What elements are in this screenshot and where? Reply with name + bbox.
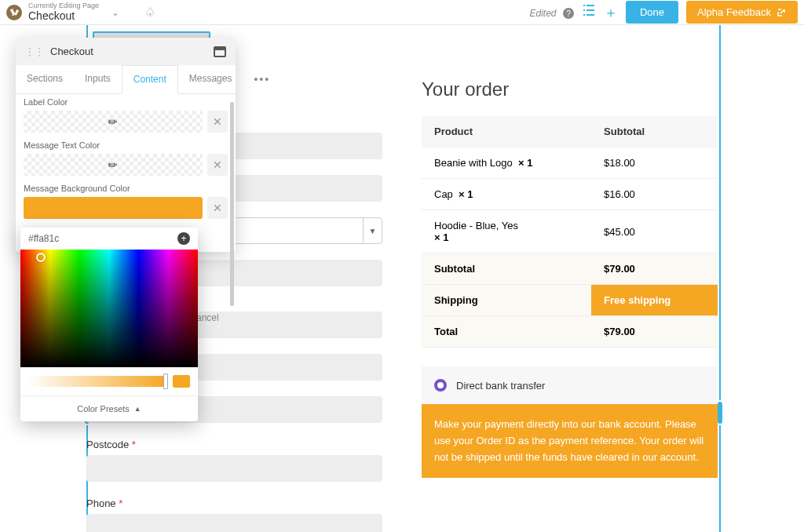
editing-label: Currently Editing Page: [28, 2, 99, 9]
radio-selected-icon: [434, 379, 447, 392]
col-product: Product: [422, 116, 591, 148]
tab-more-icon[interactable]: •••: [243, 65, 281, 93]
table-row: Beanie with Logo × 1 $18.00: [422, 148, 718, 179]
notifications-icon[interactable]: ♤: [144, 5, 155, 20]
clear-button[interactable]: ✕: [207, 111, 228, 133]
subtotal-row: Subtotal $79.00: [422, 253, 718, 285]
help-icon[interactable]: ?: [563, 8, 574, 19]
add-icon[interactable]: ＋: [604, 3, 618, 22]
clear-button[interactable]: ✕: [207, 154, 228, 176]
panel-title: Checkout: [50, 46, 207, 57]
topbar: 🐿 Currently Editing Page Checkout ⌄ ♤ Ed…: [0, 0, 804, 25]
hex-row: +: [20, 228, 198, 250]
chevron-down-icon: ▼: [363, 218, 382, 243]
tab-inputs[interactable]: Inputs: [74, 65, 122, 93]
field-postcode: Postcode *: [86, 439, 382, 482]
order-title: Your order: [422, 78, 718, 100]
payment-message: Make your payment directly into our bank…: [422, 404, 718, 478]
order-summary: Your order Product Subtotal Beanie with …: [422, 25, 718, 532]
payment-box: Direct bank transfer Make your payment d…: [422, 366, 718, 478]
prop-msg-text-color: Message Text Color ✎ ✕: [24, 140, 228, 176]
total-row: Total $79.00: [422, 316, 718, 348]
prop-label-color: Label Color ✎ ✕: [24, 97, 228, 133]
external-link-icon: [776, 7, 787, 18]
tab-content[interactable]: Content: [122, 65, 178, 94]
msg-text-color-swatch[interactable]: ✎: [24, 154, 203, 176]
label-color-swatch[interactable]: ✎: [24, 111, 203, 133]
clear-button[interactable]: ✕: [207, 197, 228, 219]
shipping-row: Shipping Free shipping: [422, 285, 718, 316]
slider-thumb[interactable]: [163, 373, 168, 389]
table-row: Cap × 1 $16.00: [422, 179, 718, 210]
page-dropdown[interactable]: ⌄: [111, 7, 119, 18]
edited-status: Edited ?: [529, 5, 573, 20]
prop-msg-bg-color: Message Background Color ✕: [24, 184, 228, 219]
saturation-row: [20, 367, 198, 395]
eyedropper-icon: ✎: [105, 114, 121, 129]
color-picker: + Color Presets ▲: [20, 228, 198, 421]
eyedropper-icon: ✎: [105, 157, 121, 173]
page-title: Checkout: [28, 9, 99, 22]
settings-panel: ⋮⋮ Checkout Sections Inputs Content Mess…: [16, 38, 236, 252]
col-subtotal: Subtotal: [591, 116, 718, 148]
add-preset-button[interactable]: +: [177, 232, 190, 245]
hex-input[interactable]: [28, 233, 177, 244]
color-gradient[interactable]: [20, 250, 198, 367]
msg-bg-color-swatch[interactable]: [24, 197, 203, 219]
window-icon[interactable]: [214, 46, 226, 57]
panel-tabs: Sections Inputs Content Messages •••: [16, 65, 236, 94]
topbar-right: Edited ? ＋ Done Alpha Feedback: [529, 1, 798, 24]
order-table: Product Subtotal Beanie with Logo × 1 $1…: [422, 116, 718, 348]
color-preview: [173, 375, 190, 388]
done-button[interactable]: Done: [626, 1, 678, 24]
tab-sections[interactable]: Sections: [16, 65, 74, 93]
gradient-cursor[interactable]: [36, 253, 46, 262]
presets-toggle[interactable]: Color Presets ▲: [20, 395, 198, 421]
alpha-feedback-button[interactable]: Alpha Feedback: [686, 1, 798, 24]
panel-header[interactable]: ⋮⋮ Checkout: [16, 38, 236, 65]
payment-option-bank[interactable]: Direct bank transfer: [422, 366, 718, 404]
topbar-left: 🐿 Currently Editing Page Checkout ⌄ ♤: [6, 2, 155, 22]
field-phone: Phone *: [86, 497, 382, 532]
phone-input[interactable]: [86, 514, 382, 532]
saturation-slider[interactable]: [28, 376, 166, 387]
cancel-text: ancel: [196, 312, 219, 323]
chevron-up-icon: ▲: [134, 405, 141, 413]
logo-icon: 🐿: [6, 5, 22, 20]
drag-handle-icon[interactable]: ⋮⋮: [25, 46, 44, 57]
scrollbar[interactable]: [230, 102, 234, 306]
tab-messages[interactable]: Messages: [178, 65, 243, 93]
table-row: Hoodie - Blue, Yes× 1 $45.00: [422, 210, 718, 253]
outline-icon[interactable]: [582, 3, 596, 21]
postcode-input[interactable]: [86, 455, 382, 482]
